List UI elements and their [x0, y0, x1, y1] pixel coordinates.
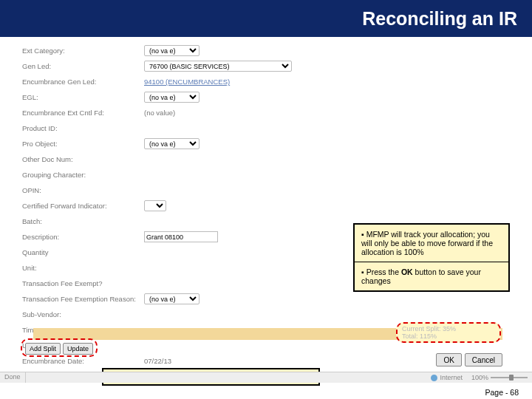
lbl-egl: EGL:: [22, 93, 144, 101]
page-title: Reconciling an IR: [362, 8, 517, 30]
total-line: Total: 115%: [402, 332, 495, 340]
enc-date-val: 07/22/13: [144, 357, 171, 365]
lbl-quantity: Quantity: [22, 248, 144, 256]
gen-led-select[interactable]: 76700 (BASIC SERVICES): [144, 61, 292, 72]
lbl-ext-category: Ext Category:: [22, 47, 144, 55]
egl-select[interactable]: (no va e): [144, 92, 200, 103]
pro-object-select[interactable]: (no va e): [144, 138, 200, 149]
cancel-button[interactable]: Cancel: [465, 353, 502, 366]
current-split-line: Current Split: 35%: [402, 325, 495, 332]
instruction-callout: ▪ MFMP will track your allocation; you w…: [353, 223, 510, 292]
trans-fee-reason-select[interactable]: (no va e): [144, 293, 200, 304]
lbl-grouping: Grouping Character:: [22, 171, 144, 179]
zoom-slider[interactable]: [491, 377, 528, 378]
lbl-enc-gen-led: Encumbrance Gen Led:: [22, 78, 144, 86]
lbl-opin: OPIN:: [22, 186, 144, 194]
lbl-desc: Description:: [22, 233, 144, 241]
lbl-other-doc: Other Doc Num:: [22, 155, 144, 163]
status-bar: Done Internet 100%: [0, 372, 532, 383]
status-done: Done: [0, 372, 26, 383]
lbl-batch: Batch:: [22, 217, 144, 225]
lbl-sub-vendor: Sub-Vendor:: [22, 310, 144, 318]
description-input[interactable]: [144, 231, 218, 242]
globe-icon: [431, 375, 437, 381]
callout-item-2: ▪ Press the OK button to save your chang…: [355, 262, 508, 290]
lbl-product-id: Product ID:: [22, 124, 144, 132]
lbl-unit: Unit:: [22, 264, 144, 272]
highlight-oval-left: [21, 338, 98, 357]
ext-category-select[interactable]: (no va e): [144, 45, 200, 56]
lbl-trans-fee-exempt: Transaction Fee Exempt?: [22, 279, 144, 287]
status-zoom: 100%: [467, 372, 532, 383]
current-split-box: Current Split: 35% Total: 115%: [396, 322, 501, 343]
cert-fwd-select[interactable]: [144, 200, 166, 211]
lbl-trans-fee-reason: Transaction Fee Exemption Reason:: [22, 295, 144, 303]
enc-gen-led-link[interactable]: 94100 (ENCUMBRANCES): [144, 78, 230, 86]
lbl-cert-fwd: Certified Forward Indicator:: [22, 202, 144, 210]
page-number: Page - 68: [485, 388, 519, 397]
lbl-enc-ext-control: Encumbrance Ext Cntl Fd:: [22, 109, 144, 117]
enc-ext-control-val: (no value): [144, 109, 175, 117]
lbl-enc-date: Encumbrance Date:: [22, 357, 144, 365]
ok-button[interactable]: OK: [436, 353, 461, 366]
callout-item-1: ▪ MFMP will track your allocation; you w…: [355, 225, 508, 262]
status-internet: Internet: [426, 372, 467, 383]
lbl-pro-object: Pro Object:: [22, 140, 144, 148]
lbl-gen-led: Gen Led:: [22, 62, 144, 70]
